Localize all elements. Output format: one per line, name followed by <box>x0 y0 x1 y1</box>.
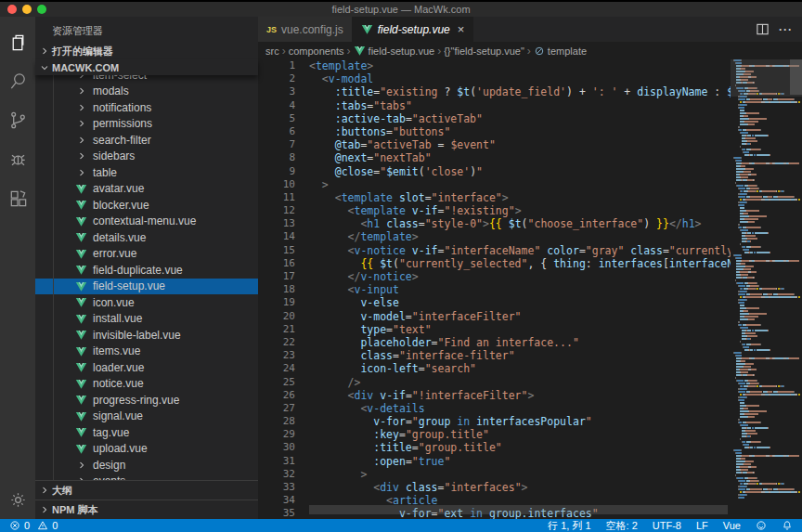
open-editors-section[interactable]: 打开的编辑器 <box>35 43 258 59</box>
minimap-line <box>733 330 802 331</box>
status-item[interactable]: 行 1, 列 1 <box>548 519 590 532</box>
tree-item-design[interactable]: design <box>35 457 258 474</box>
tree-item-invisible-label-vue[interactable]: invisible-label.vue <box>35 327 258 344</box>
tree-item-upload-vue[interactable]: upload.vue <box>35 441 258 458</box>
minimap-line <box>733 154 802 156</box>
chevron-right-icon <box>37 483 52 498</box>
more-actions-icon[interactable]: ··· <box>779 23 793 36</box>
status-item[interactable]: LF <box>696 520 708 531</box>
status-item[interactable]: Vue <box>723 520 741 531</box>
activity-extensions-icon[interactable] <box>0 178 35 217</box>
minimap-line <box>733 383 802 384</box>
minimap-line <box>733 491 802 493</box>
code-editor[interactable]: 1<template>2 <v-modal3 :title="existing … <box>258 59 802 519</box>
close-tab-icon[interactable]: × <box>458 22 465 36</box>
tree-item-avatar-vue[interactable]: avatar.vue <box>35 181 258 198</box>
tree-item-notifications[interactable]: notifications <box>35 99 258 116</box>
activity-source-control-icon[interactable] <box>0 100 35 139</box>
activity-settings-gear-icon[interactable] <box>0 480 35 519</box>
tree-item-progress-ring-vue[interactable]: progress-ring.vue <box>35 392 258 409</box>
tree-item-items-vue[interactable]: items.vue <box>35 344 258 360</box>
minimap-line <box>733 327 802 329</box>
feedback-smiley-icon[interactable] <box>756 520 767 531</box>
tab-field-setup-vue[interactable]: field-setup.vue× <box>353 17 474 42</box>
minimap-line <box>733 224 802 226</box>
tree-item-table[interactable]: table <box>35 164 258 181</box>
tree-item-loader-vue[interactable]: loader.vue <box>35 359 258 376</box>
problems-indicator[interactable]: 0 0 <box>9 520 58 531</box>
activity-debug-icon[interactable] <box>0 139 35 178</box>
tree-item-search-filter[interactable]: search-filter <box>35 132 258 149</box>
minimap-line <box>733 369 802 370</box>
indent-guide <box>53 181 74 198</box>
indent-guide <box>53 197 74 214</box>
maximize-window-button[interactable] <box>37 5 46 14</box>
minimap-line <box>733 288 802 290</box>
activity-explorer-icon[interactable] <box>0 22 35 61</box>
minimap-line <box>733 160 802 162</box>
tree-item-field-setup-vue[interactable]: field-setup.vue <box>35 279 258 295</box>
indent-guide <box>53 441 74 458</box>
minimap-line <box>733 179 802 181</box>
activity-search-icon[interactable] <box>0 61 35 100</box>
minimap[interactable] <box>731 59 802 519</box>
breadcrumb-item[interactable]: src <box>265 45 279 57</box>
indent-guide <box>53 409 74 425</box>
tree-item-item-select[interactable]: item-select <box>35 75 258 84</box>
npm-scripts-section[interactable]: NPM 脚本 <box>35 500 258 519</box>
vue-file-icon <box>74 214 88 228</box>
status-item[interactable]: UTF-8 <box>653 520 681 531</box>
minimap-line <box>733 143 802 145</box>
horizontal-scrollbar[interactable] <box>309 505 728 514</box>
tree-item-events[interactable]: events <box>35 474 258 481</box>
tree-item-sidebars[interactable]: sidebars <box>35 149 258 165</box>
vertical-scrollbar[interactable] <box>790 59 802 95</box>
indent-guide <box>53 294 74 311</box>
tree-item-blocker-vue[interactable]: blocker.vue <box>35 197 258 214</box>
tree-item-signal-vue[interactable]: signal.vue <box>35 409 258 425</box>
tree-item-details-vue[interactable]: details.vue <box>35 229 258 246</box>
minimap-line <box>733 229 802 231</box>
tree-item-label: invisible-label.vue <box>93 329 181 342</box>
line-number: 23 <box>258 349 309 362</box>
minimap-line <box>733 385 802 387</box>
code-line-5: 5 :active-tab="activeTab" <box>258 112 802 125</box>
tree-item-label: events <box>93 474 125 480</box>
outline-section[interactable]: 大纲 <box>35 480 258 500</box>
minimap-line <box>733 135 802 136</box>
breadcrumb-item[interactable]: {}"field-setup.vue" <box>444 45 524 57</box>
tree-item-field-duplicate-vue[interactable]: field-duplicate.vue <box>35 262 258 279</box>
minimap-line <box>733 185 802 187</box>
tree-item-icon-vue[interactable]: icon.vue <box>35 294 258 311</box>
code-line-25: 25 /> <box>258 376 802 389</box>
code-line-32: 32 > <box>258 468 802 481</box>
minimap-line <box>733 260 802 262</box>
breadcrumb-item[interactable]: template <box>534 45 587 57</box>
minimap-line <box>733 132 802 134</box>
tree-item-notice-vue[interactable]: notice.vue <box>35 376 258 393</box>
notifications-bell-icon[interactable] <box>782 520 793 531</box>
breadcrumb-item[interactable]: field-setup.vue <box>354 45 435 57</box>
tree-item-tag-vue[interactable]: tag.vue <box>35 424 258 441</box>
minimap-line <box>733 118 802 120</box>
minimap-line <box>733 149 802 150</box>
tree-item-error-vue[interactable]: error.vue <box>35 246 258 263</box>
tree-item-permissions[interactable]: permissions <box>35 116 258 133</box>
tree-item-label: modals <box>93 84 129 97</box>
minimap-line <box>733 302 802 304</box>
minimap-line <box>733 249 802 251</box>
minimize-window-button[interactable] <box>22 5 32 14</box>
tree-item-modals[interactable]: modals <box>35 84 258 100</box>
tab-vue-config-js[interactable]: JSvue.config.js <box>258 17 353 42</box>
status-item[interactable]: 空格: 2 <box>606 519 638 532</box>
vue-file-icon <box>74 295 88 309</box>
workspace-section[interactable]: MACWK.COM <box>35 59 258 75</box>
tree-item-install-vue[interactable]: install.vue <box>35 311 258 328</box>
split-editor-icon[interactable] <box>756 22 770 36</box>
minimap-line <box>733 101 802 103</box>
minimap-line <box>733 199 802 201</box>
breadcrumb-item[interactable]: components <box>289 45 344 57</box>
close-window-button[interactable] <box>7 5 17 14</box>
minimap-line <box>733 188 802 189</box>
tree-item-contextual-menu-vue[interactable]: contextual-menu.vue <box>35 214 258 230</box>
